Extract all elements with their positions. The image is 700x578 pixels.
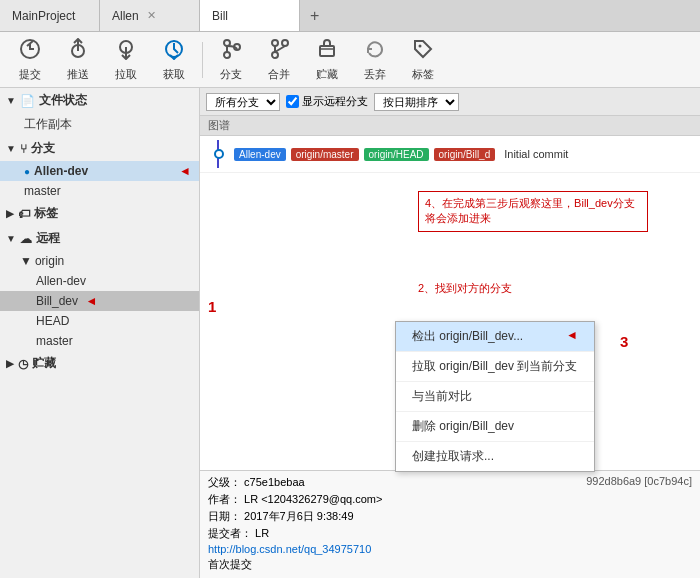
- svg-rect-15: [320, 46, 334, 56]
- commit-button[interactable]: 提交: [8, 36, 52, 84]
- billdev-arrow: ◄: [85, 294, 97, 308]
- push-icon: [67, 38, 89, 65]
- tab-bill[interactable]: Bill: [200, 0, 300, 31]
- discard-icon: [364, 38, 386, 65]
- committer-row: 提交者： LR: [208, 526, 382, 541]
- tag-icon: [412, 38, 434, 65]
- parent-value: c75e1bebaa: [244, 476, 305, 488]
- origin-arrow: ▼: [20, 254, 32, 268]
- annotation-1: 1: [208, 296, 216, 317]
- show-remote-checkbox[interactable]: [286, 95, 299, 108]
- svg-point-12: [272, 52, 278, 58]
- merge-icon: [268, 38, 290, 65]
- stash-button[interactable]: 贮藏: [305, 36, 349, 84]
- annotation-2: 2、找到对方的分支: [418, 281, 512, 296]
- stash-tree-label: 贮藏: [32, 355, 56, 372]
- branches-arrow: ▼: [6, 143, 16, 154]
- sidebar-section-stash[interactable]: ▶ ◷ 贮藏: [0, 351, 199, 376]
- pull-button[interactable]: 拉取: [104, 36, 148, 84]
- sidebar: ▼ 📄 文件状态 工作副本 ▼ ⑂ 分支 ● Allen-dev ◄ maste…: [0, 88, 200, 578]
- tab-allen-close[interactable]: ✕: [147, 9, 156, 22]
- remote-icon: ☁: [20, 232, 32, 246]
- stash-label: 贮藏: [316, 67, 338, 82]
- committer-value: LR: [255, 527, 269, 539]
- branches-label: 分支: [31, 140, 55, 157]
- discard-button[interactable]: 丢弃: [353, 36, 397, 84]
- context-menu-pull[interactable]: 拉取 origin/Bill_dev 到当前分支: [396, 352, 594, 382]
- link-row: http://blog.csdn.net/qq_34975710: [208, 543, 382, 555]
- toolbar: 提交 推送 拉取 获取 分支 合并 贮藏: [0, 32, 700, 88]
- remote-label: 远程: [36, 230, 60, 247]
- push-button[interactable]: 推送: [56, 36, 100, 84]
- discard-label: 丢弃: [364, 67, 386, 82]
- checkout-arrow: ◄: [566, 328, 578, 342]
- sidebar-item-master[interactable]: master: [0, 181, 199, 201]
- sidebar-origin-allendev[interactable]: Allen-dev: [0, 271, 199, 291]
- branch-sort-select[interactable]: 按日期排序: [374, 93, 459, 111]
- graph-dot-area: [204, 140, 234, 168]
- context-menu-checkout[interactable]: 检出 origin/Bill_dev... ◄: [396, 322, 594, 352]
- stash-icon: [316, 38, 338, 65]
- commit-dot: [214, 149, 224, 159]
- toolbar-sep1: [202, 42, 203, 78]
- stash-tree-icon: ◷: [18, 357, 28, 371]
- tags-arrow: ▶: [6, 208, 14, 219]
- stash-tree-arrow: ▶: [6, 358, 14, 369]
- graph-header: 图谱: [200, 116, 700, 136]
- fetch-icon: [163, 38, 185, 65]
- sidebar-item-workcopy[interactable]: 工作副本: [0, 113, 199, 136]
- pull-icon: [115, 38, 137, 65]
- bottom-info: 父级： c75e1bebaa 作者： LR <1204326279@qq.com…: [200, 470, 700, 578]
- context-menu-compare[interactable]: 与当前对比: [396, 382, 594, 412]
- branch-button[interactable]: 分支: [209, 36, 253, 84]
- fetch-label: 获取: [163, 67, 185, 82]
- parent-row: 父级： c75e1bebaa: [208, 475, 382, 490]
- context-menu: 检出 origin/Bill_dev... ◄ 拉取 origin/Bill_d…: [395, 321, 595, 472]
- sidebar-origin-head[interactable]: HEAD: [0, 311, 199, 331]
- author-row: 作者： LR <1204326279@qq.com>: [208, 492, 382, 507]
- file-status-arrow: ▼: [6, 95, 16, 106]
- tab-mainproject[interactable]: MainProject: [0, 0, 100, 31]
- sidebar-section-branches[interactable]: ▼ ⑂ 分支: [0, 136, 199, 161]
- sidebar-item-allen-dev[interactable]: ● Allen-dev ◄: [0, 161, 199, 181]
- allen-dev-dot: ●: [24, 166, 30, 177]
- branch-filter-select[interactable]: 所有分支: [206, 93, 280, 111]
- branch-icon: [220, 38, 242, 65]
- first-commit-row: 首次提交: [208, 557, 382, 572]
- sidebar-origin-master[interactable]: master: [0, 331, 199, 351]
- branch-toolbar: 所有分支 显示远程分支 按日期排序: [200, 88, 700, 116]
- pull-label: 拉取: [115, 67, 137, 82]
- sidebar-origin-header[interactable]: ▼ origin: [0, 251, 199, 271]
- commit-id: 992d8b6a9 [0c7b94c]: [586, 475, 692, 487]
- author-value: LR <1204326279@qq.com>: [244, 493, 382, 505]
- tab-allen[interactable]: Allen ✕: [100, 0, 200, 31]
- parent-label: 父级：: [208, 476, 241, 488]
- tab-add-button[interactable]: +: [300, 0, 329, 31]
- graph-area: Allen-dev origin/master origin/HEAD orig…: [200, 136, 700, 578]
- sidebar-origin-billdev[interactable]: Bill_dev ◄: [0, 291, 199, 311]
- sidebar-section-file-status[interactable]: ▼ 📄 文件状态: [0, 88, 199, 113]
- sidebar-section-tags[interactable]: ▶ 🏷 标签: [0, 201, 199, 226]
- blog-link[interactable]: http://blog.csdn.net/qq_34975710: [208, 543, 371, 555]
- svg-point-8: [224, 52, 230, 58]
- committer-label: 提交者：: [208, 527, 252, 539]
- show-remote-checkbox-label[interactable]: 显示远程分支: [286, 94, 368, 109]
- tab-add-icon: +: [310, 7, 319, 25]
- tag-button[interactable]: 标签: [401, 36, 445, 84]
- tab-bar: MainProject Allen ✕ Bill +: [0, 0, 700, 32]
- branch-label: 分支: [220, 67, 242, 82]
- svg-point-11: [272, 40, 278, 46]
- merge-button[interactable]: 合并: [257, 36, 301, 84]
- branch-tag-allen-dev: Allen-dev: [234, 148, 286, 161]
- context-menu-delete[interactable]: 删除 origin/Bill_dev: [396, 412, 594, 442]
- sidebar-section-remote[interactable]: ▼ ☁ 远程: [0, 226, 199, 251]
- branches-icon: ⑂: [20, 142, 27, 156]
- allen-dev-arrow: ◄: [179, 164, 191, 178]
- svg-point-16: [419, 44, 422, 47]
- tab-allen-label: Allen: [112, 9, 139, 23]
- commit-label: 提交: [19, 67, 41, 82]
- fetch-button[interactable]: 获取: [152, 36, 196, 84]
- graph-row-0[interactable]: Allen-dev origin/master origin/HEAD orig…: [200, 136, 700, 173]
- context-menu-create-pr[interactable]: 创建拉取请求...: [396, 442, 594, 471]
- tab-mainproject-label: MainProject: [12, 9, 75, 23]
